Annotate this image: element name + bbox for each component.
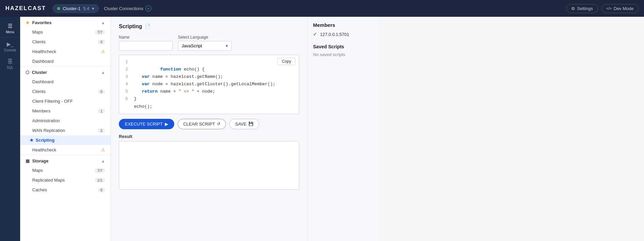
- cluster-healthcheck-label: Healthcheck: [32, 147, 56, 152]
- storage-caches-badge: 0: [98, 188, 105, 192]
- settings-icon: ⚙: [571, 6, 575, 11]
- clear-label: CLEAR SCRIPT: [183, 122, 215, 127]
- save-icon: 💾: [248, 122, 254, 126]
- language-select[interactable]: JavaScript ▾: [178, 41, 232, 51]
- storage-replicated-label: Replicated Maps: [32, 178, 65, 183]
- star-icon: ★: [26, 20, 30, 25]
- sidebar-item-fav-dashboard[interactable]: Dashboard: [20, 56, 110, 66]
- cluster-name: Cluster-1: [63, 6, 81, 11]
- storage-section: ▦ Storage ▲ Maps 7/7 Replicated Maps 1/1…: [20, 155, 110, 195]
- execute-label: EXECUTE SCRIPT: [125, 122, 163, 127]
- settings-button[interactable]: ⚙ Settings: [566, 4, 598, 13]
- sidebar-item-fav-maps[interactable]: Maps 7/7: [20, 27, 110, 37]
- sidebar-item-storage-maps[interactable]: Maps 7/7: [20, 165, 110, 175]
- menu-label: Menu: [6, 30, 14, 34]
- fav-maps-badge: 7/7: [95, 30, 105, 35]
- no-scripts-label: No saved scripts: [313, 52, 376, 57]
- storage-replicated-badge: 1/1: [95, 178, 105, 183]
- sidebar-item-fav-clients[interactable]: Clients 0: [20, 37, 110, 47]
- language-chevron-icon: ▾: [226, 43, 228, 48]
- sidebar-item-fav-healthcheck[interactable]: Healthcheck ⚠: [20, 47, 110, 56]
- cluster-filtering-label: Client Filtering - OFF: [32, 99, 73, 104]
- save-button[interactable]: SAVE 💾: [229, 119, 259, 129]
- page-title: Scripting: [119, 23, 142, 30]
- sidebar-item-cluster-wan[interactable]: WAN Replication 2: [20, 126, 110, 135]
- storage-section-icon: ▦: [26, 158, 30, 163]
- name-label: Name: [119, 35, 173, 40]
- hamburger-icon: ☰: [8, 23, 12, 29]
- cluster-members-label: Members: [32, 108, 50, 113]
- scripting-doc-icon[interactable]: 📄: [145, 24, 150, 29]
- fav-healthcheck-label: Healthcheck: [32, 49, 56, 54]
- storage-caches-label: Caches: [32, 187, 47, 192]
- page-header: Scripting 📄: [119, 23, 299, 30]
- member-check-icon: ✔: [313, 31, 317, 37]
- fav-clients-badge: 0: [98, 40, 105, 44]
- execute-script-button[interactable]: EXECUTE SCRIPT ▶: [119, 119, 174, 129]
- cluster-collapse-icon[interactable]: ▲: [101, 70, 105, 75]
- storage-header[interactable]: ▦ Storage ▲: [20, 155, 110, 165]
- cluster-connections-label: Cluster Connections: [104, 6, 143, 11]
- menu-icon-strip-item[interactable]: ☰ Menu: [0, 19, 20, 38]
- cluster-section-icon: ⬡: [26, 70, 29, 75]
- sidebar-item-cluster-members[interactable]: Members 1: [20, 106, 110, 116]
- saved-scripts-title: Saved Scripts: [313, 44, 376, 49]
- sql-icon-strip-item[interactable]: 🗄 SQL: [0, 55, 20, 73]
- clear-script-button[interactable]: CLEAR SCRIPT ↺: [178, 119, 226, 129]
- language-label: Select Language: [178, 35, 232, 40]
- cluster-status-dot: [57, 7, 60, 10]
- favorites-collapse-icon[interactable]: ▲: [101, 20, 105, 25]
- name-input[interactable]: [119, 41, 173, 51]
- result-label: Result: [119, 134, 299, 139]
- sidebar-item-cluster-scripting[interactable]: ★ Scripting: [20, 135, 110, 145]
- database-icon: 🗄: [7, 59, 13, 65]
- cluster-version: 5.4: [83, 6, 89, 11]
- storage-maps-label: Maps: [32, 168, 43, 173]
- sidebar-item-cluster-clients[interactable]: Clients 0: [20, 87, 110, 96]
- storage-section-label: Storage: [32, 158, 48, 163]
- favorites-label: Favorites: [32, 20, 52, 25]
- sidebar-item-cluster-healthcheck[interactable]: Healthcheck ⚠: [20, 145, 110, 155]
- cluster-wan-label: WAN Replication: [32, 128, 65, 133]
- fav-dashboard-label: Dashboard: [32, 59, 54, 64]
- cluster-members-badge: 1: [98, 109, 105, 113]
- fav-clients-label: Clients: [32, 39, 46, 44]
- sql-label: SQL: [7, 66, 13, 69]
- favorites-header[interactable]: ★ Favorites ▲: [20, 17, 110, 27]
- copy-button[interactable]: Copy: [277, 58, 295, 65]
- sidebar-item-storage-replicated[interactable]: Replicated Maps 1/1: [20, 175, 110, 185]
- devmode-icon: </>: [606, 6, 612, 10]
- console-icon-strip-item[interactable]: ▶_ Console: [0, 38, 20, 55]
- storage-collapse-icon[interactable]: ▲: [101, 159, 105, 163]
- sidebar-item-cluster-filtering[interactable]: Client Filtering - OFF: [20, 96, 110, 106]
- chevron-down-icon: ▾: [92, 6, 94, 11]
- fav-maps-label: Maps: [32, 30, 43, 35]
- favorites-section: ★ Favorites ▲ Maps 7/7 Clients 0 Healthc…: [20, 17, 110, 66]
- cluster-section: ⬡ Cluster ▲ Dashboard Clients 0 Client F…: [20, 66, 110, 155]
- code-content[interactable]: function echo() { var name = hazelcast.g…: [133, 58, 299, 110]
- cluster-dashboard-label: Dashboard: [32, 79, 54, 84]
- terminal-icon: ▶_: [7, 41, 14, 47]
- member-address: 127.0.0.1:5701: [320, 32, 349, 37]
- result-area: [119, 141, 299, 190]
- sidebar-item-cluster-dashboard[interactable]: Dashboard: [20, 77, 110, 87]
- logo: HAZELCAST: [0, 5, 51, 12]
- cluster-wan-badge: 2: [98, 128, 105, 133]
- cluster-connections[interactable]: Cluster Connections +: [104, 5, 151, 11]
- fav-healthcheck-warn-icon: ⚠: [101, 49, 105, 54]
- code-editor: Copy 123456 function echo() { var name =…: [119, 55, 299, 114]
- devmode-button[interactable]: </> Dev Mode: [601, 4, 639, 13]
- refresh-icon: ↺: [217, 122, 220, 126]
- line-numbers: 123456: [119, 58, 133, 110]
- save-label: SAVE: [235, 122, 246, 127]
- console-label: Console: [4, 48, 16, 52]
- add-connection-icon[interactable]: +: [145, 5, 151, 11]
- cluster-clients-label: Clients: [32, 89, 46, 94]
- cluster-header[interactable]: ⬡ Cluster ▲: [20, 66, 110, 77]
- play-icon: ▶: [165, 122, 168, 127]
- cluster-scripting-label: Scripting: [36, 138, 54, 143]
- cluster-section-label: Cluster: [32, 70, 47, 75]
- cluster-selector[interactable]: Cluster-1 5.4 ▾: [53, 4, 99, 13]
- sidebar-item-storage-caches[interactable]: Caches 0: [20, 185, 110, 195]
- sidebar-item-cluster-administration[interactable]: Administration: [20, 116, 110, 126]
